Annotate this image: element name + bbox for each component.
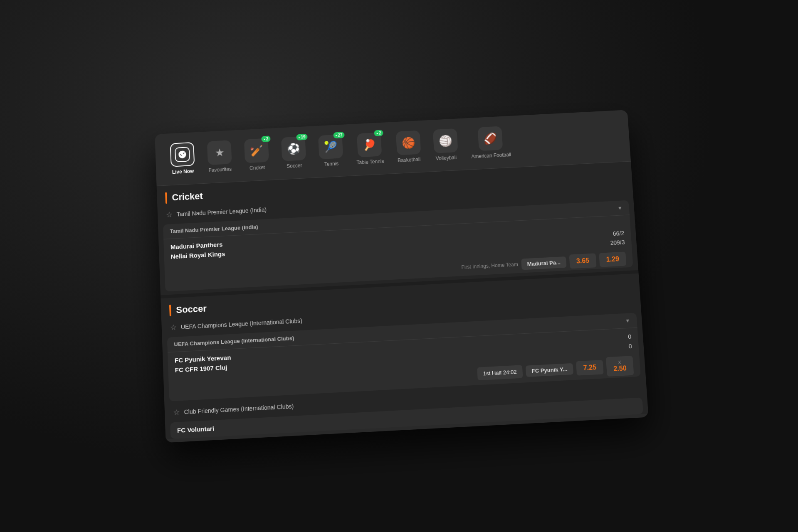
ucl-league-name: UEFA Champions League (International Clu… — [180, 318, 302, 330]
live-now-icon — [174, 147, 190, 162]
tnpl-league-name: Tamil Nadu Premier League (India) — [176, 206, 267, 217]
tennis-label: Tennis — [324, 161, 338, 167]
cricket-odds2-value: 1.29 — [606, 255, 619, 263]
volleyball-icon: 🏐 — [438, 134, 452, 148]
soccer-odds2-1[interactable]: X 2.50 — [605, 356, 633, 377]
cfg-favourite-star[interactable]: ☆ — [173, 408, 180, 417]
american-football-label: American Football — [471, 152, 511, 160]
nav-item-basketball[interactable]: 🏀 Basketball — [390, 127, 426, 167]
nav-item-table-tennis[interactable]: 🏓 2 Table Tennis — [350, 129, 389, 169]
nav-item-american-football[interactable]: 🏈 American Football — [464, 122, 516, 163]
cricket-odds1-value: 3.65 — [576, 257, 589, 265]
american-football-icon: 🏈 — [483, 132, 497, 145]
soccer-odds2-1-value: 2.50 — [613, 365, 626, 372]
soccer-score1-1: 0 — [628, 333, 631, 340]
soccer-odds1-1[interactable]: 7.25 — [576, 360, 604, 376]
app-container: Live Now ★ Favourites 🏏 2 Cricket ⚽ 19 S… — [155, 110, 648, 443]
volleyball-label: Volleyball — [435, 155, 457, 161]
cricket-section-title: Cricket — [172, 191, 203, 203]
american-football-icon-wrap: 🏈 — [477, 126, 503, 151]
nav-item-volleyball[interactable]: 🏐 Volleyball — [427, 125, 463, 165]
soccer-score2-1: 0 — [628, 342, 632, 350]
soccer-label: Soccer — [286, 163, 302, 169]
cricket-score3: 209/3 — [610, 239, 625, 246]
ucl-favourite-star[interactable]: ☆ — [170, 323, 177, 332]
favourites-label: Favourites — [208, 166, 232, 173]
soccer-match-dropdown-1[interactable]: ▼ — [625, 318, 630, 324]
live-now-icon-wrap — [170, 142, 195, 167]
basketball-label: Basketball — [398, 156, 421, 163]
cricket-label: Cricket — [249, 165, 265, 171]
volleyball-icon-wrap: 🏐 — [432, 128, 458, 153]
cricket-badge: 2 — [261, 135, 270, 142]
star-icon: ★ — [214, 146, 224, 159]
soccer-timer-1: 1st Half 24:02 — [477, 365, 523, 380]
nav-item-soccer[interactable]: ⚽ 19 Soccer — [276, 133, 311, 173]
cricket-score2: 66/2 — [613, 229, 624, 236]
favourites-icon-wrap: ★ — [207, 140, 232, 165]
soccer-icon-wrap: ⚽ 19 — [281, 136, 306, 161]
tennis-badge: 27 — [333, 132, 344, 138]
soccer-odds1-1-value: 7.25 — [583, 364, 596, 372]
basketball-icon: 🏀 — [401, 136, 415, 150]
cricket-team1-btn[interactable]: Madurai Pa... — [521, 256, 566, 270]
cricket-icon: 🏏 — [250, 144, 263, 157]
nav-item-favourites[interactable]: ★ Favourites — [202, 137, 237, 177]
cricket-icon-wrap: 🏏 2 — [244, 138, 269, 163]
table-tennis-label: Table Tennis — [356, 158, 384, 165]
soccer-section-bar — [169, 305, 171, 316]
cricket-match-dropdown[interactable]: ▼ — [617, 205, 623, 211]
cricket-section-bar — [165, 192, 167, 204]
soccer-icon: ⚽ — [287, 142, 300, 155]
soccer-badge: 19 — [296, 134, 307, 140]
cricket-match-status: First Innings, Home Team — [461, 261, 518, 270]
basketball-icon-wrap: 🏀 — [395, 131, 420, 155]
soccer-team2-name-1: FC CFR 1907 Cluj — [175, 364, 227, 374]
cfg-league-name: Club Friendly Games (International Clubs… — [184, 403, 294, 415]
cricket-odds2[interactable]: 1.29 — [599, 252, 626, 267]
table-tennis-icon: 🏓 — [362, 138, 376, 151]
table-tennis-badge: 2 — [374, 130, 383, 136]
soccer-team1-name-2: FC Voluntari — [177, 425, 214, 434]
nav-item-live-now[interactable]: Live Now — [165, 138, 200, 179]
tennis-icon-wrap: 🎾 27 — [318, 134, 343, 159]
live-now-label: Live Now — [172, 168, 194, 175]
nav-item-tennis[interactable]: 🎾 27 Tennis — [313, 131, 348, 171]
tennis-icon: 🎾 — [324, 140, 337, 153]
soccer-team1-btn-1[interactable]: FC Pyunik Y... — [525, 363, 573, 377]
tnpl-favourite-star[interactable]: ☆ — [166, 210, 173, 219]
nav-item-cricket[interactable]: 🏏 2 Cricket — [239, 135, 274, 175]
content-area: Cricket ☆ Tamil Nadu Premier League (Ind… — [156, 162, 648, 439]
soccer-section-title: Soccer — [175, 303, 207, 315]
table-tennis-icon-wrap: 🏓 2 — [357, 133, 382, 158]
cricket-odds1[interactable]: 3.65 — [569, 253, 596, 268]
